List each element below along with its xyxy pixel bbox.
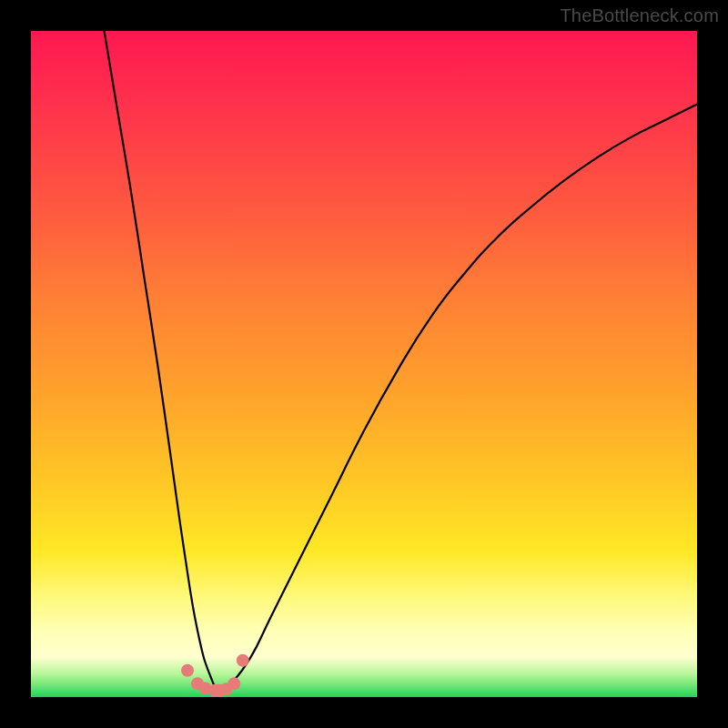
highlight-dot: [228, 677, 240, 690]
chart-frame: TheBottleneck.com: [0, 0, 728, 728]
highlight-dot: [237, 654, 249, 667]
watermark-text: TheBottleneck.com: [560, 5, 719, 26]
bottleneck-curve-path: [105, 31, 697, 692]
highlight-dot: [181, 664, 194, 677]
curve-svg: [31, 31, 697, 697]
plot-area: [31, 31, 697, 697]
